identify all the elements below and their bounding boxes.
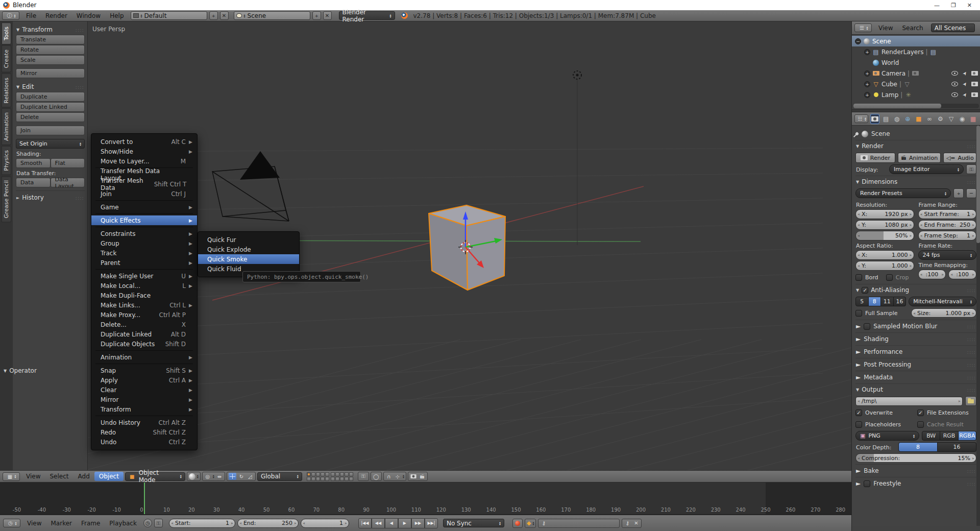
section-shading[interactable]: ►Shading:::: [855, 332, 976, 345]
maximize-button[interactable]: ❐ [951, 2, 956, 9]
channel-rgb[interactable]: RGB [940, 431, 958, 441]
timeline-menu-view[interactable]: View [22, 520, 46, 527]
timeline-ruler[interactable]: -50-40-30-20-100102030405060708090100110… [0, 482, 851, 515]
submenu-item-quick-fur[interactable]: Quick Fur [198, 235, 299, 245]
expander-minus-icon[interactable]: − [855, 38, 861, 44]
mirror-button[interactable]: Mirror [16, 68, 85, 78]
display-selector[interactable]: Image Editor▴▾ [889, 164, 964, 174]
section-post-processing[interactable]: ►Post Processing:::: [855, 358, 976, 371]
display-lock-button[interactable]: ⚿ [966, 164, 976, 174]
topbar-menu-file[interactable]: File [21, 12, 41, 19]
layer-cell[interactable] [345, 477, 349, 481]
jump-to-start-button[interactable]: |◀◀ [358, 518, 372, 528]
section-bake[interactable]: ►Bake:::: [855, 464, 976, 477]
menu-item-group[interactable]: Group▶ [91, 238, 197, 248]
panel-grip[interactable]: :::: [967, 468, 976, 474]
panel-grip[interactable]: :::: [967, 387, 976, 393]
panel-grip[interactable]: :::: [967, 336, 976, 342]
tab-modifiers[interactable]: ⚙ [936, 114, 945, 124]
menu-item-undo[interactable]: UndoCtrl Z [91, 437, 197, 447]
section-freestyle[interactable]: ►Freestyle:::: [855, 477, 976, 490]
toolshelf-tab-physics[interactable]: Physics [2, 146, 11, 175]
expander-plus-icon[interactable]: + [864, 92, 870, 98]
checkbox-cache-result[interactable]: Cache Result [917, 419, 976, 429]
menu-item-make-single-user[interactable]: Make Single UserU▶ [91, 271, 197, 281]
aspect-y-field[interactable]: Y:1.000 [855, 261, 914, 271]
rotate-button[interactable]: Rotate [16, 45, 85, 55]
add-preset-button[interactable]: ＋ [953, 188, 964, 198]
outliner-row-camera[interactable]: +Camera|➤ [852, 68, 980, 79]
layer-cell[interactable] [345, 472, 349, 476]
resolution-scale-slider[interactable]: 50% [855, 231, 914, 240]
outliner-row-renderlayers[interactable]: +▤RenderLayers|▤ [852, 46, 980, 57]
time-remap-new-field[interactable]: :100 [948, 270, 976, 279]
tab-object-data[interactable]: ▽ [947, 114, 955, 124]
panel-grip[interactable]: :::: [967, 179, 976, 185]
scale-button[interactable]: Scale [16, 55, 85, 65]
menu-item-make-local-[interactable]: Make Local...L▶ [91, 281, 197, 291]
panel-grip[interactable]: :::: [76, 27, 84, 33]
edit-panel-header[interactable]: ▼Edit:::: [16, 81, 85, 92]
crop-checkbox[interactable]: Crop [886, 272, 914, 282]
time-remap-old-field[interactable]: :100 [918, 270, 946, 279]
topbar-menu-window[interactable]: Window [72, 12, 105, 19]
border-checkbox[interactable]: Bord [855, 272, 884, 282]
opengl-render-anim-icon[interactable]: 🎬︎ [419, 473, 426, 480]
expander-plus-icon[interactable]: + [864, 81, 870, 87]
menu-item-show-hide[interactable]: Show/Hide▶ [91, 147, 197, 156]
menu-item-move-to-layer-[interactable]: Move to Layer...M [91, 156, 197, 166]
toolshelf-tab-tools[interactable]: Tools [2, 22, 11, 44]
resolution-y-field[interactable]: Y:1080 px [855, 220, 914, 230]
selectability-cursor-icon[interactable]: ➤ [961, 70, 968, 77]
menu-item-constraints[interactable]: Constraints▶ [91, 229, 197, 238]
outliner-row-lamp[interactable]: +Lamp|✳➤ [852, 89, 980, 100]
menu-item-parent[interactable]: Parent▶ [91, 258, 197, 268]
menu-item-duplicate-objects[interactable]: Duplicate ObjectsShift D [91, 339, 197, 349]
panel-grip[interactable]: :::: [967, 481, 976, 487]
translate-button[interactable]: Translate [16, 35, 85, 44]
transform-panel-header[interactable]: ▼Transform:::: [16, 24, 85, 35]
menu-item-transfer-mesh-data[interactable]: Transfer Mesh DataShift Ctrl T [91, 179, 197, 189]
tab-world[interactable]: ⊕ [903, 114, 912, 124]
menu-item-game[interactable]: Game▶ [91, 202, 197, 212]
menu-item-make-proxy-[interactable]: Make Proxy...Ctrl Alt P [91, 310, 197, 320]
outliner-scope-selector[interactable]: All Scenes [931, 23, 975, 32]
panel-grip[interactable]: :::: [967, 362, 976, 368]
submenu-item-quick-smoke[interactable]: Quick Smoke [198, 254, 299, 264]
lock-to-scene-toggle[interactable]: ⚿ [358, 472, 369, 481]
menu-item-animation[interactable]: Animation▶ [91, 352, 197, 362]
add-layout-button[interactable]: ＋ [209, 11, 218, 20]
render-animation-button[interactable]: 🎬︎Animation [898, 153, 941, 163]
end-frame-field[interactable]: End:250 [237, 519, 299, 528]
menu-item-delete-[interactable]: Delete...X [91, 320, 197, 329]
delete-layout-button[interactable]: ✕ [220, 11, 229, 20]
toolshelf-tab-animation[interactable]: Animation [2, 108, 11, 145]
jump-to-end-button[interactable]: ▶▶| [425, 518, 438, 528]
data-transfer-data-layout-button[interactable]: Data Layout [51, 178, 85, 187]
data-transfer-data-button[interactable]: Data [16, 178, 51, 187]
opengl-render-icon[interactable] [410, 473, 417, 480]
frame-step-field[interactable]: Frame Step:1 [918, 231, 977, 240]
layer-cell[interactable] [331, 477, 335, 481]
play-reverse-button[interactable]: ◀ [385, 518, 398, 528]
layer-cell[interactable] [307, 472, 311, 476]
menu-item-apply[interactable]: ApplyCtrl A▶ [91, 375, 197, 385]
duplicate-linked-button[interactable]: Duplicate Linked [16, 102, 85, 112]
aa-size-field[interactable]: Size:1.000 px [911, 308, 976, 318]
menu-item-mirror[interactable]: Mirror▶ [91, 395, 197, 404]
aspect-x-field[interactable]: X:1.000 [855, 250, 914, 260]
submenu-item-quick-explode[interactable]: Quick Explode [198, 245, 299, 254]
section-checkbox[interactable] [864, 480, 870, 487]
layer-cell[interactable] [321, 477, 325, 481]
browse-folder-button[interactable] [965, 396, 976, 406]
menu-item-redo[interactable]: RedoShift Ctrl Z [91, 427, 197, 437]
layer-cell[interactable] [335, 477, 339, 481]
timeline-menu-playback[interactable]: Playback [105, 520, 141, 527]
manipulator-translate-icon[interactable] [229, 473, 236, 480]
layers-group-1[interactable] [307, 472, 329, 481]
tab-render[interactable] [870, 114, 879, 124]
pin-icon[interactable] [855, 132, 859, 136]
current-frame-marker[interactable] [144, 482, 145, 515]
start-frame-field-props[interactable]: Start Frame:1 [918, 209, 977, 219]
layer-cell[interactable] [307, 477, 311, 481]
